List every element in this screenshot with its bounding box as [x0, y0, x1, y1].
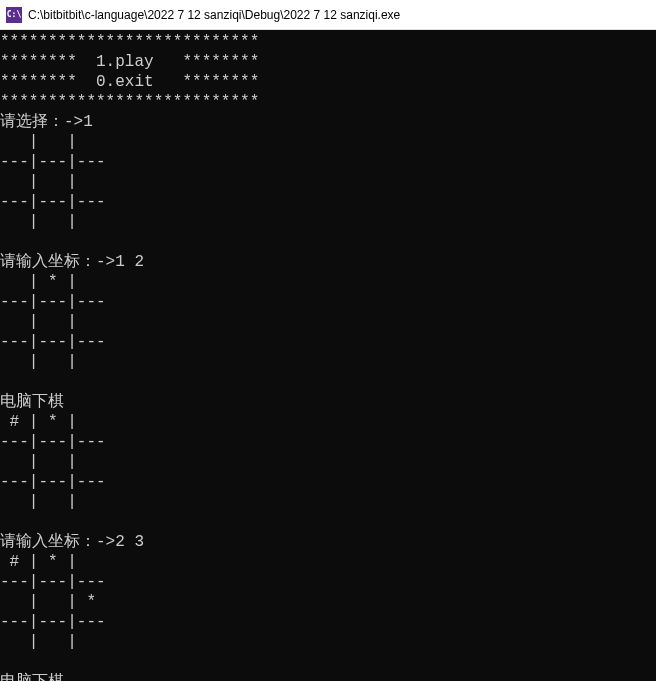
console-line: | |: [0, 453, 106, 471]
console-line: | |: [0, 633, 106, 651]
console-line: | * |: [0, 273, 106, 291]
console-line: | |: [0, 133, 106, 151]
console-line: | |: [0, 313, 106, 331]
console-line: | |: [0, 493, 106, 511]
console-line: ---|---|---: [0, 293, 106, 311]
console-line: ---|---|---: [0, 153, 106, 171]
console-line: ***************************: [0, 33, 259, 51]
console-line: ---|---|---: [0, 333, 106, 351]
console-line: ---|---|---: [0, 473, 106, 491]
console-line: 请输入坐标：->2 3: [0, 533, 144, 551]
console-line: 请输入坐标：->1 2: [0, 253, 144, 271]
console-line: ---|---|---: [0, 193, 106, 211]
console-line: ******** 1.play ********: [0, 53, 259, 71]
console-line: ---|---|---: [0, 613, 106, 631]
console-line: ---|---|---: [0, 433, 106, 451]
console-app-icon: C:\: [6, 7, 22, 23]
console-line: | |: [0, 213, 106, 231]
console-line: | |: [0, 353, 106, 371]
console-line: # | * |: [0, 413, 106, 431]
console-line: ***************************: [0, 93, 259, 111]
window-title-text: C:\bitbitbit\c-language\2022 7 12 sanziq…: [28, 8, 400, 22]
console-line: ---|---|---: [0, 573, 106, 591]
console-line: ******** 0.exit ********: [0, 73, 259, 91]
window-title-bar[interactable]: C:\ C:\bitbitbit\c-language\2022 7 12 sa…: [0, 0, 656, 30]
console-line: | |: [0, 173, 106, 191]
console-line: | | *: [0, 593, 106, 611]
console-line: 电脑下棋: [0, 393, 64, 411]
console-line: 电脑下棋: [0, 673, 64, 681]
console-line: 请选择：->1: [0, 113, 93, 131]
console-output[interactable]: *************************** ******** 1.p…: [0, 30, 656, 681]
console-line: # | * |: [0, 553, 106, 571]
